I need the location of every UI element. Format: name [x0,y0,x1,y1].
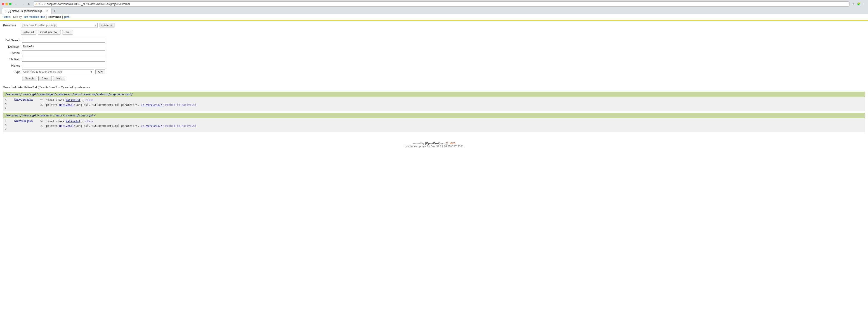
symbol-input[interactable] [22,50,105,55]
class-link-57[interactable]: NativeSsl [66,99,81,102]
type-select[interactable]: Click here to restrict the file type [22,69,94,74]
any-button[interactable]: Any [95,69,105,74]
results-search-text: defs:NativeSsl [17,85,37,89]
search-button[interactable]: Search [22,76,37,81]
action-buttons: Search Clear Help [22,76,865,81]
code-lines-1: 57 final class NativeSsl { class 66 priv… [38,98,863,107]
code-line-66: 66 private NativeSsl(long ssl, SSLParame… [38,103,863,107]
result-path-link-2[interactable]: /external/conscrypt/common/src/main/java… [5,114,95,117]
symbol-label: Symbol [3,51,20,55]
sort-path-link[interactable]: path [64,15,69,19]
java-label-text: java [450,141,456,145]
extensions-icon[interactable]: 🧩 [856,2,861,6]
url-text: aospxref.com/android-10.0.0_r47/s?defs=N… [47,2,848,6]
had-a-1: A [5,102,13,106]
footer: served by {OpenGrok} on ☕ java Last Inde… [3,137,865,152]
project-select-wrapper: Click here to select project(s) ▼ [21,23,98,28]
had-labels-2: H A D [5,119,13,131]
page-top-nav: Home Sort by: last modified time | relev… [0,14,868,21]
filename-link-2[interactable]: NativeSsl.java [14,119,37,123]
file-path-label: File Path [3,58,20,61]
code-lines-2: 56 final class NativeSsl { class 65 priv… [38,119,863,129]
result-path-link-1[interactable]: /external/conscrypt/repackaged/common/sr… [5,93,133,96]
help-button[interactable]: Help [53,76,66,81]
footer-brand-text: {OpenGrok} [425,142,441,145]
footer-on-text: on [441,142,444,145]
full-search-label: Full Search [3,39,20,42]
tab-close-button[interactable]: ✕ [46,9,49,13]
had-h-2: H [5,119,13,123]
refresh-button[interactable]: ↻ [27,2,31,6]
close-window-button[interactable] [2,3,4,5]
bookmark-icon[interactable]: ☆ [851,2,856,6]
result-block-1: /external/conscrypt/repackaged/common/sr… [3,92,865,111]
code-text-66: private NativeSsl(long ssl, SSLParameter… [46,103,196,107]
filename-link-1[interactable]: NativeSsl.java [14,98,37,101]
result-path-1: /external/conscrypt/repackaged/common/sr… [3,92,865,97]
type-row: Type Click here to restrict the file typ… [3,69,865,74]
line-number-66: 66 [38,103,44,107]
browser-toolbar: ← → ↻ ⚠ 不安全 aospxref.com/android-10.0.0_… [2,1,866,6]
result-file-section-2: H A D NativeSsl.java 56 final class Nati… [3,118,865,132]
native-ssl-link-65[interactable]: NativeSsl [59,124,74,128]
result-block-2: /external/conscrypt/common/src/main/java… [3,113,865,132]
sort-modified-time-link[interactable]: last modified time [24,15,45,19]
project-row: Project(s) Click here to select project(… [3,23,865,28]
clear-button[interactable]: Clear [38,76,52,81]
line-number-57: 57 [38,98,44,103]
class-link-56[interactable]: NativeSsl [66,120,81,123]
active-tab[interactable]: {} {0} NativeSsl (definition) in projec.… [2,8,52,14]
results-header: Searched defs:NativeSsl (Results 1 — 2 o… [3,84,865,90]
definition-input[interactable] [22,44,105,49]
definition-label: Definition [3,45,20,48]
project-select[interactable]: Click here to select project(s) [21,23,98,28]
minimize-window-button[interactable] [5,3,8,5]
had-h-1: H [5,98,13,102]
had-a-2: A [5,123,13,127]
browser-chrome: ← → ↻ ⚠ 不安全 aospxref.com/android-10.0.0_… [0,0,868,14]
native-ssl-link-66[interactable]: NativeSsl [59,103,74,106]
results-prefix: Searched [3,85,16,89]
maximize-window-button[interactable] [9,3,11,5]
invert-selection-button[interactable]: invert selection [38,30,61,35]
file-path-row: File Path [3,57,865,62]
home-link[interactable]: Home [3,15,10,19]
history-label: History [3,64,20,67]
code-line-65: 65 private NativeSsl(long ssl, SSLParame… [38,124,863,129]
file-path-input[interactable] [22,57,105,62]
back-button[interactable]: ← [13,2,18,6]
sort-by-label: Sort by: [13,15,22,19]
result-file-section-1: H A D NativeSsl.java 57 final class Nati… [3,97,865,111]
had-labels-1: H A D [5,98,13,110]
served-by-text: served by [412,142,424,145]
address-bar[interactable]: ⚠ 不安全 aospxref.com/android-10.0.0_r47/s?… [33,1,850,6]
method-link-66[interactable]: in NativeSsl() [141,103,164,106]
line-number-56: 56 [38,119,44,124]
select-all-button[interactable]: select all [21,30,36,35]
full-search-row: Full Search [3,38,865,43]
security-label: 不安全 [38,2,46,6]
code-line-56: 56 final class NativeSsl { class [38,119,863,124]
selected-project-tag: × external [99,23,115,28]
forward-button[interactable]: → [20,2,25,6]
full-search-input[interactable] [22,38,105,43]
code-text-56: final class NativeSsl { class [46,119,94,124]
method-link-65[interactable]: in NativeSsl() [141,124,164,128]
had-d-1: D [5,106,13,110]
separator-1: | [46,15,47,19]
selection-buttons: select all invert selection clear [21,30,865,35]
tab-title: {0} NativeSsl (definition) in projec... [8,9,45,13]
java-icon: ☕ [445,141,450,145]
security-icon: ⚠ [35,2,37,5]
new-tab-button[interactable]: + [52,8,57,14]
remove-project-tag-button[interactable]: × [101,24,103,27]
clear-selection-button[interactable]: clear [62,30,73,35]
menu-icon[interactable]: ⋮ [862,2,866,6]
history-input[interactable] [22,63,105,68]
type-label: Type [3,70,20,74]
project-tag-label: external [103,24,113,27]
separator-2: | [62,15,63,19]
search-form: Full Search Definition Symbol File Path … [3,38,865,81]
results-count-text: (Results 1 — 2 of 2) sorted by relevance [38,85,90,89]
result-path-2: /external/conscrypt/common/src/main/java… [3,113,865,118]
